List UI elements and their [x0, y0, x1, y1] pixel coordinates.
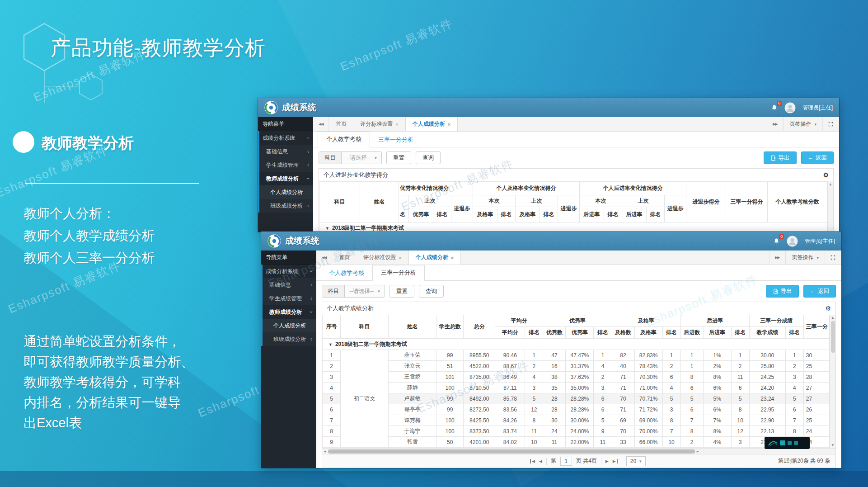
caret-down-icon: ▾ — [816, 255, 819, 260]
reset-button[interactable]: 重置 — [386, 151, 411, 164]
avatar[interactable] — [784, 102, 796, 113]
back-button[interactable]: ← 返回 — [803, 285, 836, 298]
gear-icon[interactable]: ⚙ — [825, 305, 831, 312]
close-icon[interactable]: × — [399, 255, 401, 260]
close-icon[interactable]: × — [395, 122, 398, 127]
export-button[interactable]: 导出 — [764, 151, 797, 164]
sidebar-item[interactable]: 班级成绩分析‹ — [263, 332, 316, 346]
horizontal-scrollbar[interactable]: ◂ ▸ — [322, 448, 835, 454]
tab-three-rates-analysis[interactable]: 三率一分分析 — [370, 132, 422, 147]
tab-operations-dropdown[interactable]: 页签操作▾ — [785, 251, 825, 265]
page-number-input[interactable]: 1 — [560, 457, 572, 466]
close-icon[interactable]: × — [448, 122, 450, 127]
sidebar-item[interactable]: 基础信息‹ — [259, 145, 313, 158]
table-cell: 籍亭亭 — [389, 404, 436, 415]
table-cell: 99 — [436, 350, 464, 361]
tab-scoring-standard[interactable]: 评分标准设置× — [357, 251, 408, 265]
tab-scoring-standard[interactable]: 评分标准设置× — [353, 117, 405, 131]
scroll-up-icon[interactable]: ▲ — [831, 316, 835, 320]
subject-select[interactable]: --请选择--▾ — [345, 285, 385, 297]
table-cell: 4 — [594, 361, 612, 372]
sidebar-item[interactable]: 教师成绩分析› — [263, 305, 316, 319]
sidebar-item[interactable]: 个人成绩分析 — [263, 319, 316, 332]
table-row[interactable]: 1初二语文薛玉荣998955.5090.4614747.47%18282.83%… — [323, 350, 830, 361]
table-row[interactable]: 8于海宁1008373.5083.74112424.00%97070.00%78… — [323, 426, 830, 437]
table-cell: 8 — [680, 372, 703, 383]
reset-button[interactable]: 重置 — [389, 285, 414, 298]
first-page-icon[interactable]: ◀ — [530, 459, 535, 463]
table-cell: 8% — [703, 372, 731, 383]
vertical-scrollbar[interactable]: ▲ — [827, 181, 833, 232]
search-button[interactable]: 查询 — [416, 151, 441, 164]
export-label: 导出 — [779, 154, 790, 162]
vertical-scrollbar[interactable]: ▲ ▼ — [830, 315, 835, 448]
search-button[interactable]: 查询 — [419, 285, 444, 298]
table-row[interactable]: 9韩雪504201.0084.02101122.00%113366.00%102… — [323, 437, 830, 448]
tab-home[interactable]: 首页 — [332, 251, 357, 265]
table-cell: 谭秀梅 — [389, 415, 436, 426]
scroll-tabs-left-icon[interactable]: ◀◀ — [313, 117, 329, 131]
tab-operations-label: 页签操作 — [789, 120, 811, 128]
gear-icon[interactable]: ⚙ — [823, 171, 829, 179]
subject-select[interactable]: --请选择--▾ — [342, 152, 381, 164]
scrollbar-thumb[interactable] — [328, 449, 695, 454]
tab-operations-dropdown[interactable]: 页签操作▾ — [783, 117, 822, 131]
sidebar-item[interactable]: 班级成绩分析‹ — [259, 199, 313, 213]
sidebar-item-label: 教师成绩分析 — [266, 175, 299, 183]
notifications-bell-icon[interactable]: 0 — [773, 238, 780, 245]
triangle-down-icon: ▼ — [328, 342, 333, 347]
tab-personal-score-analysis[interactable]: 个人成绩分析× — [408, 251, 461, 265]
sidebar-item[interactable]: 成绩分析系统› — [259, 131, 313, 145]
export-button[interactable]: 导出 — [766, 285, 799, 298]
table-header-cell: 三率一分成绩 — [749, 315, 803, 327]
sidebar-item[interactable]: 基础信息‹ — [263, 278, 316, 292]
scroll-tabs-left-icon[interactable]: ◀◀ — [316, 251, 332, 265]
tab-home[interactable]: 首页 — [329, 117, 353, 131]
table-row[interactable]: 3王雪娇1018735.0086.4943837.62%27170.30%688… — [323, 372, 830, 383]
sidebar-item[interactable]: 学生成绩管理‹ — [263, 292, 316, 305]
table-row[interactable]: 7谭秀梅1008425.5084.2683030.00%56969.00%877… — [323, 415, 830, 426]
table-cell: 4 — [662, 383, 680, 393]
close-icon[interactable]: × — [451, 255, 454, 260]
table-cell: 24.25 — [749, 372, 785, 383]
page-size-select[interactable]: 20▾ — [626, 456, 646, 466]
table-group-row[interactable]: ▼2018级初二第一学期期末考试 — [323, 339, 830, 350]
last-page-icon[interactable]: ▶ — [613, 459, 618, 463]
table-row[interactable]: 5卢超敏998492.0085.7852828.28%67070.71%555%… — [323, 393, 830, 404]
table-row[interactable]: 2张立云514522.0088.6721631.37%44078.43%212%… — [323, 361, 830, 372]
current-user[interactable]: 管理员[主任] — [805, 237, 835, 245]
tab-personal-teaching-assessment[interactable]: 个人教学考核 — [321, 266, 372, 281]
scroll-right-icon[interactable]: ▸ — [697, 449, 699, 454]
prev-page-icon[interactable]: ◀ — [539, 459, 542, 463]
notifications-bell-icon[interactable]: 0 — [771, 104, 778, 111]
table-group-row[interactable]: ▼2018级初二第一学期期末考试 — [319, 222, 827, 232]
avatar[interactable] — [787, 236, 798, 247]
fullscreen-icon[interactable] — [822, 117, 839, 131]
table-cell: 3 — [594, 383, 612, 393]
scrollbar-thumb[interactable] — [831, 321, 835, 353]
tab-personal-teaching-assessment[interactable]: 个人教学考核 — [318, 132, 370, 147]
fullscreen-icon[interactable] — [825, 251, 841, 265]
sidebar-item[interactable]: 成绩分析系统› — [263, 265, 316, 278]
table-header-cell: 及格率 — [473, 207, 497, 222]
sidebar-item[interactable]: 学生成绩管理‹ — [259, 158, 313, 172]
tab-personal-score-analysis[interactable]: 个人成绩分析× — [405, 117, 458, 131]
scroll-up-icon[interactable]: ▲ — [829, 182, 832, 186]
back-button[interactable]: ← 返回 — [801, 151, 834, 164]
next-page-icon[interactable]: ▶ — [605, 459, 609, 463]
scroll-tabs-right-icon[interactable]: ▶▶ — [769, 251, 785, 265]
table-cell: 83.56 — [495, 404, 525, 415]
table-row[interactable]: 6籍亭亭998272.5083.56122828.28%67171.72%366… — [323, 404, 830, 415]
tab-three-rates-analysis[interactable]: 三率一分分析 — [372, 265, 425, 281]
sidebar-item[interactable]: 教师成绩分析› — [259, 172, 313, 185]
table-row[interactable]: 4薛静1008710.5087.1133535.00%37171.00%466%… — [323, 383, 830, 393]
table-cell: 6 — [680, 383, 703, 393]
table-cell: 31.37% — [566, 361, 594, 372]
scroll-down-icon[interactable]: ▼ — [831, 443, 835, 447]
current-user[interactable]: 管理员[主任] — [802, 104, 833, 112]
table-cell: 11 — [525, 426, 543, 437]
sidebar-item[interactable]: 个人成绩分析 — [259, 185, 313, 199]
scroll-tabs-right-icon[interactable]: ▶▶ — [767, 117, 783, 131]
table-header-cell: 三率一分 — [803, 315, 829, 339]
scroll-left-icon[interactable]: ◂ — [324, 449, 326, 454]
